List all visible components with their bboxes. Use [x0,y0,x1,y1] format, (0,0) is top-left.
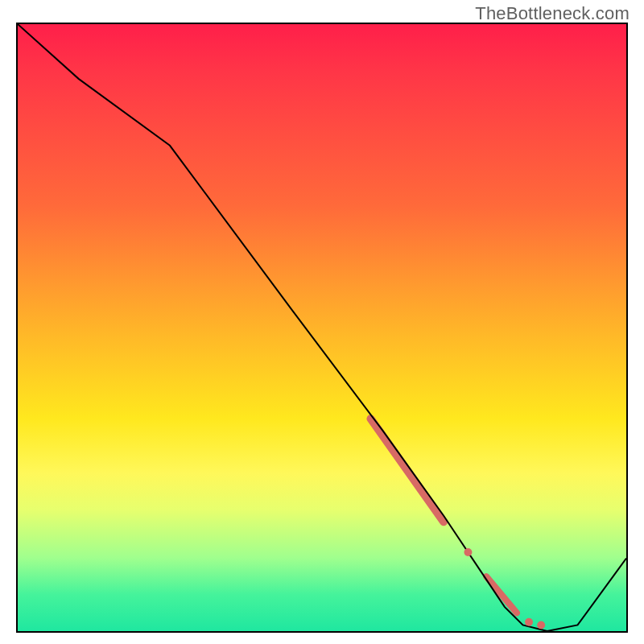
highlight-points [464,548,545,629]
highlight-point [537,621,545,629]
highlight-point [464,548,472,556]
chart-canvas: TheBottleneck.com [0,0,644,644]
highlight-segment [370,419,444,522]
watermark-text: TheBottleneck.com [475,3,630,24]
main-curve [18,24,626,631]
line-overlay [18,24,626,631]
highlight-point [525,618,533,626]
highlight-segment [486,576,517,613]
plot-area [16,23,628,633]
